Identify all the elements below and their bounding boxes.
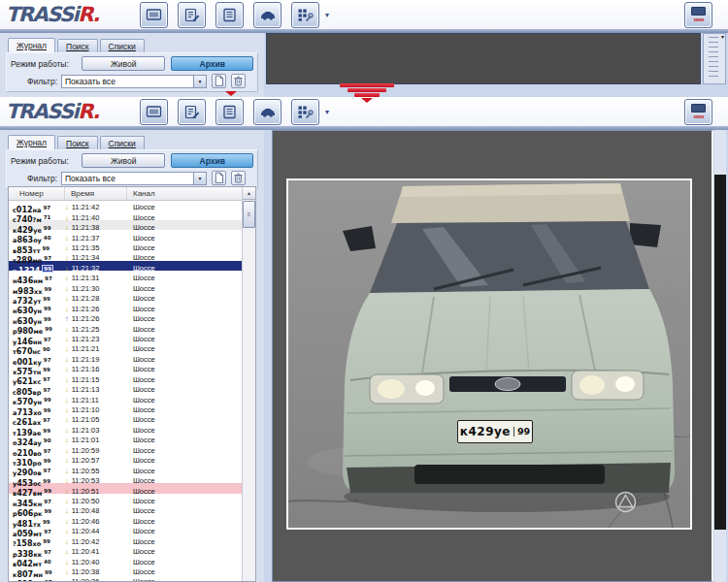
table-row[interactable]: с740?м71↓11:21:40Шоссе bbox=[9, 210, 243, 219]
collapsed-camera-strip[interactable] bbox=[714, 130, 726, 582]
table-row[interactable]: о210во97↓11:20:59Шоссе bbox=[9, 443, 243, 453]
table-row[interactable]: с805вр97↓11:21:13Шоссе bbox=[9, 382, 243, 392]
camera-frame: к429уе 99 bbox=[286, 178, 692, 530]
column-header-time[interactable]: Время bbox=[65, 187, 127, 200]
channel-cell: Шоссе bbox=[127, 254, 243, 262]
column-header-number[interactable]: Номер bbox=[9, 187, 65, 200]
archive-mode-button[interactable]: Архив bbox=[171, 153, 253, 168]
toolbar-settings-grid-button[interactable] bbox=[291, 2, 319, 28]
table-row[interactable]: у453ос99↓11:20:53Шоссе bbox=[9, 473, 243, 483]
timeline-ruler[interactable]: ▾ bbox=[703, 33, 726, 84]
table-row[interactable]: о324ау90↓11:21:01Шоссе bbox=[9, 433, 243, 442]
time-cell: ↓11:21:35 bbox=[65, 244, 127, 252]
direction-down-icon: ↓ bbox=[65, 366, 69, 373]
video-display[interactable]: к429уе 99 bbox=[272, 130, 713, 582]
combo-caret-icon[interactable]: ▼ bbox=[193, 173, 206, 184]
toolbar-journal-button[interactable] bbox=[215, 99, 244, 125]
red-arrow-icon bbox=[340, 83, 394, 87]
export-report-button[interactable] bbox=[212, 171, 226, 185]
tab-journal[interactable]: Журнал bbox=[8, 38, 55, 52]
direction-down-icon: ↓ bbox=[65, 548, 69, 556]
table-row[interactable]: а059мт97↓11:20:44Шоссе bbox=[9, 524, 243, 534]
toolbar-edit-log-button[interactable] bbox=[178, 99, 206, 125]
scroll-thumb[interactable]: ≡ bbox=[243, 201, 255, 228]
toolbar-journal-button[interactable] bbox=[215, 2, 244, 28]
table-row[interactable]: у290ов97↓11:20:55Шоссе bbox=[9, 463, 243, 472]
table-row[interactable]: м983хх99↓11:21:30Шоссе bbox=[9, 281, 243, 291]
tab-lists[interactable]: Списки bbox=[100, 136, 145, 149]
table-row[interactable]: а863оу40↓11:21:37Шоссе bbox=[9, 230, 243, 240]
table-row[interactable]: н345кн97↓11:20:50Шоссе bbox=[9, 494, 243, 503]
splitter-marker-small[interactable] bbox=[223, 91, 239, 96]
channel-cell: Шоссе bbox=[127, 559, 243, 566]
toolbar-display-button[interactable] bbox=[140, 2, 168, 28]
table-row[interactable]: т139ае99↓11:21:03Шоссе bbox=[9, 423, 243, 433]
trash-icon bbox=[232, 75, 245, 87]
table-row[interactable]: у481тх99↓11:20:46Шоссе bbox=[9, 514, 243, 524]
combo-caret-icon[interactable]: ▼ bbox=[193, 76, 206, 87]
toolbar-menu-caret-icon[interactable]: ▾ bbox=[325, 108, 329, 116]
table-row[interactable]: е001ку97↓11:21:19Шоссе bbox=[9, 352, 243, 362]
toolbar-icon-strip: ▾ bbox=[140, 2, 333, 28]
archive-mode-button[interactable]: Архив bbox=[171, 56, 253, 71]
table-row[interactable]: у146нн97↓11:21:23Шоссе bbox=[9, 332, 243, 341]
table-row[interactable]: т670нс90↓11:21:21Шоссе bbox=[9, 341, 243, 351]
document-icon bbox=[213, 75, 225, 87]
toolbar-menu-caret-icon[interactable]: ▾ bbox=[325, 11, 329, 19]
live-mode-button[interactable]: Живой bbox=[82, 153, 165, 168]
table-scrollbar[interactable]: ▲ ≡ bbox=[242, 187, 255, 581]
table-row[interactable]: к429уе99↓11:21:38Шоссе bbox=[9, 220, 243, 230]
table-row[interactable]: т310ро99↓11:20:57Шоссе bbox=[9, 453, 243, 463]
direction-down-icon: ↓ bbox=[65, 356, 69, 364]
time-cell: ↓11:20:46 bbox=[65, 518, 127, 526]
tab-lists[interactable]: Списки bbox=[100, 39, 145, 52]
table-row[interactable]: р338кк97↓11:20:41Шоссе bbox=[9, 544, 243, 554]
table-row[interactable]: в042мт40↓11:20:40Шоссе bbox=[9, 554, 243, 564]
table-row[interactable]: н630ун99↓11:21:26Шоссе bbox=[9, 301, 243, 310]
column-header-channel[interactable]: Канал bbox=[127, 187, 243, 200]
time-cell: ↓11:20:55 bbox=[65, 468, 127, 475]
export-report-button[interactable] bbox=[212, 74, 226, 88]
collapse-panel-button[interactable]: ««« bbox=[684, 99, 712, 125]
table-row[interactable]: т289мо97↓11:21:34Шоссе bbox=[9, 250, 243, 260]
edit-document-icon bbox=[183, 8, 200, 22]
clear-journal-button[interactable] bbox=[231, 171, 246, 185]
ruler-ticks bbox=[709, 37, 718, 81]
toolbar-display-button[interactable] bbox=[140, 99, 168, 125]
table-row[interactable]: с261ах97↓11:21:05Шоссе bbox=[9, 412, 243, 422]
filter-value: Показать все bbox=[65, 77, 116, 86]
direction-down-icon: ↓ bbox=[65, 468, 69, 475]
table-row[interactable]: х575тн99↓11:21:16Шоссе bbox=[9, 362, 243, 372]
table-row[interactable]: р606рк99↓11:20:48Шоссе bbox=[9, 503, 243, 513]
table-row[interactable]: а713хо99↓11:21:10Шоссе bbox=[9, 403, 243, 412]
toolbar-vehicle-button[interactable] bbox=[253, 99, 281, 125]
tab-search[interactable]: Поиск bbox=[57, 136, 98, 149]
expand-panel-button[interactable]: »»» bbox=[684, 2, 712, 28]
toolbar-settings-grid-button[interactable] bbox=[291, 99, 319, 125]
filter-combobox[interactable]: Показать все ▼ bbox=[61, 75, 207, 88]
video-display[interactable] bbox=[266, 33, 701, 84]
table-row[interactable]: т 132499↓11:21:32Шоссе bbox=[9, 261, 243, 271]
table-row[interactable]: к807мн99↓11:20:38Шоссе bbox=[9, 565, 243, 574]
scroll-up-button[interactable]: ▲ bbox=[243, 187, 255, 200]
table-row[interactable]: а732ут99↓11:21:28Шоссе bbox=[9, 291, 243, 301]
table-row[interactable]: н436нм97↓11:21:31Шоссе bbox=[9, 271, 243, 280]
table-row[interactable]: ?158хо99↓11:20:42Шоссе bbox=[9, 534, 243, 543]
table-row[interactable]: в427вм99↓11:20:51Шоссе bbox=[9, 483, 243, 493]
filter-combobox[interactable]: Показать все ▼ bbox=[61, 172, 207, 185]
table-row[interactable]: к570ун99↓11:21:11Шоссе bbox=[9, 392, 243, 402]
table-row[interactable]: с012на97↓11:21:42Шоссе bbox=[9, 200, 243, 210]
table-row[interactable]: р980ме99↓11:21:25Шоссе bbox=[9, 321, 243, 331]
splitter-marker[interactable] bbox=[340, 83, 394, 103]
table-row[interactable]: у621кс97↓11:21:15Шоссе bbox=[9, 372, 243, 381]
tab-search[interactable]: Поиск bbox=[57, 39, 98, 52]
table-row[interactable]: н630ун99↑11:21:26Шоссе bbox=[9, 311, 243, 321]
direction-down-icon: ↓ bbox=[65, 477, 69, 485]
toolbar-vehicle-button[interactable] bbox=[253, 2, 281, 28]
tab-journal[interactable]: Журнал bbox=[8, 135, 55, 149]
live-mode-button[interactable]: Живой bbox=[82, 56, 165, 71]
toolbar-edit-log-button[interactable] bbox=[178, 2, 206, 28]
table-row[interactable]: в853тт99↓11:21:35Шоссе bbox=[9, 241, 243, 250]
video-area-top: ▾ bbox=[264, 33, 728, 97]
clear-journal-button[interactable] bbox=[231, 74, 246, 88]
